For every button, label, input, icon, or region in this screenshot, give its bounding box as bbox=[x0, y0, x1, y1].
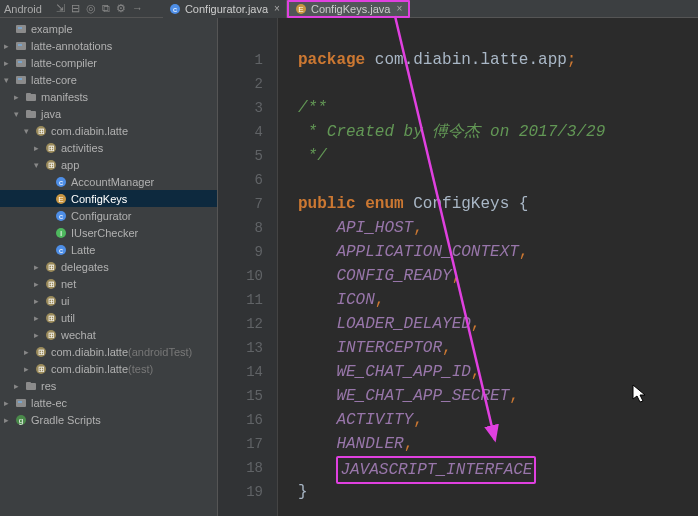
tab-configurator[interactable]: c Configurator.java × bbox=[163, 0, 287, 18]
tree-item-latte-core[interactable]: ▾latte-core bbox=[0, 71, 217, 88]
tree-item-net[interactable]: ▸⊞net bbox=[0, 275, 217, 292]
tree-item-label: com.diabin.latte bbox=[51, 346, 128, 358]
module-icon bbox=[14, 73, 28, 87]
tree-item-res[interactable]: ▸res bbox=[0, 377, 217, 394]
line-number: 3 bbox=[218, 96, 277, 120]
tree-item-latte-compiler[interactable]: ▸latte-compiler bbox=[0, 54, 217, 71]
chevron-icon[interactable]: ▸ bbox=[4, 415, 14, 425]
enum-field: API_HOST bbox=[336, 219, 413, 237]
tree-item-util[interactable]: ▸⊞util bbox=[0, 309, 217, 326]
line-number: 18 bbox=[218, 456, 277, 480]
tree-item-label: Configurator bbox=[71, 210, 132, 222]
tree-item-label: com.diabin.latte bbox=[51, 363, 128, 375]
expand-icon[interactable]: ⇲ bbox=[56, 2, 65, 15]
chevron-icon[interactable]: ▾ bbox=[14, 109, 24, 119]
svg-rect-7 bbox=[18, 44, 22, 46]
tree-item-gradle-scripts[interactable]: ▸gGradle Scripts bbox=[0, 411, 217, 428]
chevron-icon[interactable]: ▸ bbox=[34, 279, 44, 289]
tree-item-label: ConfigKeys bbox=[71, 193, 127, 205]
svg-rect-47 bbox=[26, 382, 31, 385]
line-number: 11 bbox=[218, 288, 277, 312]
package-icon: ⊞ bbox=[34, 124, 48, 138]
tree-item-label: app bbox=[61, 159, 79, 171]
tree-item-configurator[interactable]: cConfigurator bbox=[0, 207, 217, 224]
project-tree[interactable]: example▸latte-annotations▸latte-compiler… bbox=[0, 18, 218, 516]
svg-rect-15 bbox=[26, 110, 31, 113]
line-number: 6 bbox=[218, 168, 277, 192]
tree-item-label: activities bbox=[61, 142, 103, 154]
tree-item-com-diabin-latte[interactable]: ▸⊞com.diabin.latte (test) bbox=[0, 360, 217, 377]
tree-item-com-diabin-latte[interactable]: ▸⊞com.diabin.latte (androidTest) bbox=[0, 343, 217, 360]
enum-field: LOADER_DELAYED bbox=[336, 315, 470, 333]
tree-item-example[interactable]: example bbox=[0, 20, 217, 37]
line-number: 2 bbox=[218, 72, 277, 96]
class-icon: c bbox=[54, 243, 68, 257]
tree-item-label: Gradle Scripts bbox=[31, 414, 101, 426]
chevron-icon[interactable]: ▸ bbox=[34, 262, 44, 272]
svg-text:⊞: ⊞ bbox=[48, 314, 55, 323]
arrow-icon[interactable]: → bbox=[132, 2, 143, 15]
line-number: 8 bbox=[218, 216, 277, 240]
project-view-label[interactable]: Android bbox=[4, 3, 42, 15]
gutter: 12345678910111213141516171819 bbox=[218, 18, 278, 516]
chevron-icon[interactable]: ▾ bbox=[34, 160, 44, 170]
tree-item-suffix: (androidTest) bbox=[128, 346, 192, 358]
close-icon[interactable]: × bbox=[396, 3, 402, 14]
chevron-icon[interactable]: ▾ bbox=[24, 126, 34, 136]
tree-item-iuserchecker[interactable]: IIUserChecker bbox=[0, 224, 217, 241]
tree-item-latte-annotations[interactable]: ▸latte-annotations bbox=[0, 37, 217, 54]
tree-item-activities[interactable]: ▸⊞activities bbox=[0, 139, 217, 156]
tree-item-latte[interactable]: cLatte bbox=[0, 241, 217, 258]
chevron-icon[interactable]: ▸ bbox=[4, 58, 14, 68]
line-number: 15 bbox=[218, 384, 277, 408]
class-icon: c bbox=[169, 3, 181, 15]
chevron-icon[interactable]: ▾ bbox=[4, 75, 14, 85]
collapse-icon[interactable]: ⊟ bbox=[71, 2, 80, 15]
chevron-icon[interactable]: ▸ bbox=[34, 143, 44, 153]
package-name: com.diabin.latte.app bbox=[375, 51, 567, 69]
tree-item-ui[interactable]: ▸⊞ui bbox=[0, 292, 217, 309]
folder-icon bbox=[24, 379, 38, 393]
tree-item-delegates[interactable]: ▸⊞delegates bbox=[0, 258, 217, 275]
tree-item-wechat[interactable]: ▸⊞wechat bbox=[0, 326, 217, 343]
chevron-icon[interactable]: ▸ bbox=[34, 296, 44, 306]
tree-item-accountmanager[interactable]: cAccountManager bbox=[0, 173, 217, 190]
chevron-icon[interactable]: ▸ bbox=[24, 364, 34, 374]
package-icon: ⊞ bbox=[44, 277, 58, 291]
gear-icon[interactable]: ⚙ bbox=[116, 2, 126, 15]
tab-configkeys[interactable]: E ConfigKeys.java × bbox=[287, 0, 410, 18]
chevron-icon[interactable]: ▸ bbox=[14, 381, 24, 391]
enum-field: HANDLER bbox=[336, 435, 403, 453]
tree-item-label: latte-compiler bbox=[31, 57, 97, 69]
svg-rect-49 bbox=[18, 401, 22, 403]
svg-text:⊞: ⊞ bbox=[38, 127, 45, 136]
editor[interactable]: 12345678910111213141516171819 package co… bbox=[218, 18, 698, 516]
line-number: 5 bbox=[218, 144, 277, 168]
target-icon[interactable]: ◎ bbox=[86, 2, 96, 15]
line-number: 13 bbox=[218, 336, 277, 360]
tree-item-label: latte-annotations bbox=[31, 40, 112, 52]
svg-text:⊞: ⊞ bbox=[48, 280, 55, 289]
tree-item-label: com.diabin.latte bbox=[51, 125, 128, 137]
line-number: 4 bbox=[218, 120, 277, 144]
tree-item-java[interactable]: ▾java bbox=[0, 105, 217, 122]
tree-item-app[interactable]: ▾⊞app bbox=[0, 156, 217, 173]
tree-item-configkeys[interactable]: EConfigKeys bbox=[0, 190, 217, 207]
svg-text:c: c bbox=[173, 5, 177, 14]
chevron-icon[interactable]: ▸ bbox=[34, 330, 44, 340]
line-number: 10 bbox=[218, 264, 277, 288]
close-icon[interactable]: × bbox=[274, 3, 280, 14]
chevron-icon[interactable]: ▸ bbox=[4, 398, 14, 408]
split-icon[interactable]: ⧉ bbox=[102, 2, 110, 15]
chevron-icon[interactable]: ▸ bbox=[24, 347, 34, 357]
package-icon: ⊞ bbox=[44, 311, 58, 325]
chevron-icon[interactable]: ▸ bbox=[34, 313, 44, 323]
tree-item-latte-ec[interactable]: ▸latte-ec bbox=[0, 394, 217, 411]
enum-field: WE_CHAT_APP_ID bbox=[336, 363, 470, 381]
chevron-icon[interactable]: ▸ bbox=[14, 92, 24, 102]
tree-item-com-diabin-latte[interactable]: ▾⊞com.diabin.latte bbox=[0, 122, 217, 139]
code-area[interactable]: package com.diabin.latte.app; /** * Crea… bbox=[278, 18, 698, 516]
doc-comment-line: * Created by 傅令杰 on 2017/3/29 bbox=[298, 123, 605, 141]
chevron-icon[interactable]: ▸ bbox=[4, 41, 14, 51]
tree-item-manifests[interactable]: ▸manifests bbox=[0, 88, 217, 105]
